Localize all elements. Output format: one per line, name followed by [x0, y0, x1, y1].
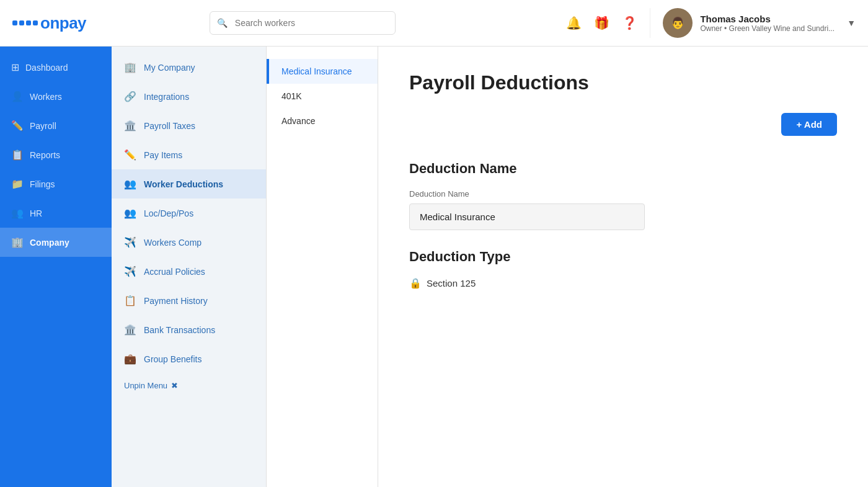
search-icon: 🔍 — [217, 18, 228, 28]
deduction-type-section-title: Deduction Type — [409, 249, 837, 265]
user-info: Thomas Jacobs Owner • Green Valley Wine … — [700, 14, 835, 33]
sidebar-item-label-company: Company — [30, 238, 69, 248]
sidebar-secondary-label-workers-comp: Workers Comp — [144, 238, 202, 248]
sidebar-secondary-label-pay-items: Pay Items — [144, 150, 182, 160]
pay-items-icon: ✏️ — [124, 149, 136, 161]
avatar: 👨 — [663, 8, 693, 38]
deduction-nav-401k[interactable]: 401K — [267, 84, 378, 109]
sidebar-secondary-label-payroll-taxes: Payroll Taxes — [144, 121, 195, 131]
content-wrapper: Payroll Deductions + Add Deduction Name … — [409, 71, 837, 289]
sidebar-secondary-label-group-benefits: Group Benefits — [144, 354, 202, 364]
deduction-name-field: Deduction Name Medical Insurance — [409, 189, 837, 230]
sidebar-secondary-item-payment-history[interactable]: 📋 Payment History — [112, 286, 266, 315]
deduction-type-value: 🔒 Section 125 — [409, 277, 837, 289]
sidebar-item-label-filings: Filings — [30, 179, 55, 189]
sidebar-secondary-label-accrual-policies: Accrual Policies — [144, 267, 205, 277]
sidebar-secondary-label-integrations: Integrations — [144, 92, 189, 102]
dashboard-icon: ⊞ — [11, 61, 19, 73]
search-input[interactable] — [210, 11, 396, 35]
sidebar-secondary-item-worker-deductions[interactable]: 👥 Worker Deductions — [112, 169, 266, 199]
deduction-nav-label-advance: Advance — [281, 116, 315, 126]
deduction-nav-advance[interactable]: Advance — [267, 109, 378, 133]
notifications-icon[interactable]: 🔔 — [566, 16, 582, 30]
gifts-icon[interactable]: 🎁 — [594, 16, 609, 30]
payment-history-icon: 📋 — [124, 295, 136, 306]
payroll-icon: ✏️ — [11, 120, 24, 132]
sidebar-secondary-label-bank-transactions: Bank Transactions — [144, 325, 215, 335]
accrual-policies-icon: ✈️ — [124, 266, 136, 277]
sidebar-secondary-item-bank-transactions[interactable]: 🏛️ Bank Transactions — [112, 315, 266, 344]
sidebar-secondary-label-payment-history: Payment History — [144, 296, 208, 306]
search-container: 🔍 — [210, 11, 396, 35]
sidebar-secondary-item-my-company[interactable]: 🏢 My Company — [112, 53, 266, 82]
app-header: onpay 🔍 🔔 🎁 ❓ 👨 Thomas Jacobs Owner • Gr… — [0, 0, 868, 47]
bank-transactions-icon: 🏛️ — [124, 324, 136, 336]
sidebar-item-filings[interactable]: 📁 Filings — [0, 169, 112, 199]
sidebar-secondary-label-loc-dep-pos: Loc/Dep/Pos — [144, 208, 193, 218]
sidebar-secondary-item-pay-items[interactable]: ✏️ Pay Items — [112, 140, 266, 169]
add-button-label: + Add — [796, 119, 822, 130]
workers-icon: 👤 — [11, 91, 24, 102]
integrations-icon: 🔗 — [124, 91, 136, 102]
sidebar-secondary-item-payroll-taxes[interactable]: 🏛️ Payroll Taxes — [112, 111, 266, 140]
deduction-name-value: Medical Insurance — [409, 203, 645, 230]
main-content: Payroll Deductions + Add Deduction Name … — [378, 47, 868, 487]
deduction-nav-label-medical-insurance: Medical Insurance — [281, 66, 352, 76]
worker-deductions-icon: 👥 — [124, 178, 136, 190]
deductions-nav: Medical Insurance 401K Advance — [267, 47, 378, 487]
sidebar-item-company[interactable]: 🏢 Company — [0, 228, 112, 257]
deduction-nav-medical-insurance[interactable]: Medical Insurance — [267, 59, 378, 84]
sidebar-item-label-hr: HR — [30, 208, 42, 218]
sidebar-secondary-item-loc-dep-pos[interactable]: 👥 Loc/Dep/Pos — [112, 199, 266, 228]
sidebar-item-label-reports: Reports — [30, 150, 60, 160]
deduction-nav-label-401k: 401K — [281, 91, 302, 101]
logo[interactable]: onpay — [12, 14, 124, 33]
workers-comp-icon: ✈️ — [124, 236, 136, 248]
deduction-name-label: Deduction Name — [409, 189, 837, 199]
sidebar-item-label-workers: Workers — [30, 92, 62, 102]
unpin-menu-button[interactable]: Unpin Menu ✖ — [112, 373, 266, 398]
logo-text: onpay — [40, 14, 86, 33]
sidebar-secondary-label-worker-deductions: Worker Deductions — [144, 179, 223, 189]
group-benefits-icon: 💼 — [124, 353, 136, 365]
payroll-taxes-icon: 🏛️ — [124, 120, 136, 132]
sidebar-secondary-item-integrations[interactable]: 🔗 Integrations — [112, 82, 266, 111]
user-role: Owner • Green Valley Wine and Sundri... — [700, 24, 835, 33]
sidebar-secondary-item-workers-comp[interactable]: ✈️ Workers Comp — [112, 228, 266, 257]
filings-icon: 📁 — [11, 178, 24, 190]
content-area: Medical Insurance 401K Advance Payroll D… — [267, 47, 868, 487]
sidebar-item-workers[interactable]: 👤 Workers — [0, 82, 112, 111]
sidebar-secondary: 🏢 My Company 🔗 Integrations 🏛️ Payroll T… — [112, 47, 267, 487]
my-company-icon: 🏢 — [124, 61, 136, 73]
help-icon[interactable]: ❓ — [622, 16, 637, 30]
sidebar-primary: ⊞ Dashboard 👤 Workers ✏️ Payroll 📋 Repor… — [0, 47, 112, 487]
user-name: Thomas Jacobs — [700, 14, 835, 24]
sidebar-item-hr[interactable]: 👥 HR — [0, 199, 112, 228]
sidebar-item-label-dashboard: Dashboard — [25, 63, 68, 73]
add-button[interactable]: + Add — [781, 113, 837, 136]
sidebar-item-label-payroll: Payroll — [30, 121, 56, 131]
main-layout: ⊞ Dashboard 👤 Workers ✏️ Payroll 📋 Repor… — [0, 47, 868, 487]
loc-dep-pos-icon: 👥 — [124, 207, 136, 219]
user-section[interactable]: 👨 Thomas Jacobs Owner • Green Valley Win… — [650, 8, 856, 38]
sidebar-item-payroll[interactable]: ✏️ Payroll — [0, 111, 112, 140]
hr-icon: 👥 — [11, 207, 24, 219]
sidebar-secondary-item-group-benefits[interactable]: 💼 Group Benefits — [112, 344, 266, 373]
deduction-type-text: Section 125 — [427, 278, 476, 288]
company-icon: 🏢 — [11, 236, 24, 248]
page-title: Payroll Deductions — [409, 71, 837, 94]
sidebar-secondary-item-accrual-policies[interactable]: ✈️ Accrual Policies — [112, 257, 266, 286]
header-actions: 🔔 🎁 ❓ 👨 Thomas Jacobs Owner • Green Vall… — [566, 8, 856, 38]
sidebar-secondary-label-my-company: My Company — [144, 63, 195, 73]
reports-icon: 📋 — [11, 149, 24, 161]
lock-icon: 🔒 — [409, 277, 422, 289]
sidebar-item-reports[interactable]: 📋 Reports — [0, 140, 112, 169]
chevron-down-icon: ▼ — [847, 18, 856, 28]
deduction-type-section: Deduction Type 🔒 Section 125 — [409, 249, 837, 289]
deduction-name-section-title: Deduction Name — [409, 161, 837, 177]
sidebar-item-dashboard[interactable]: ⊞ Dashboard — [0, 53, 112, 82]
unpin-icon: ✖ — [171, 381, 178, 390]
unpin-label: Unpin Menu — [124, 381, 167, 390]
